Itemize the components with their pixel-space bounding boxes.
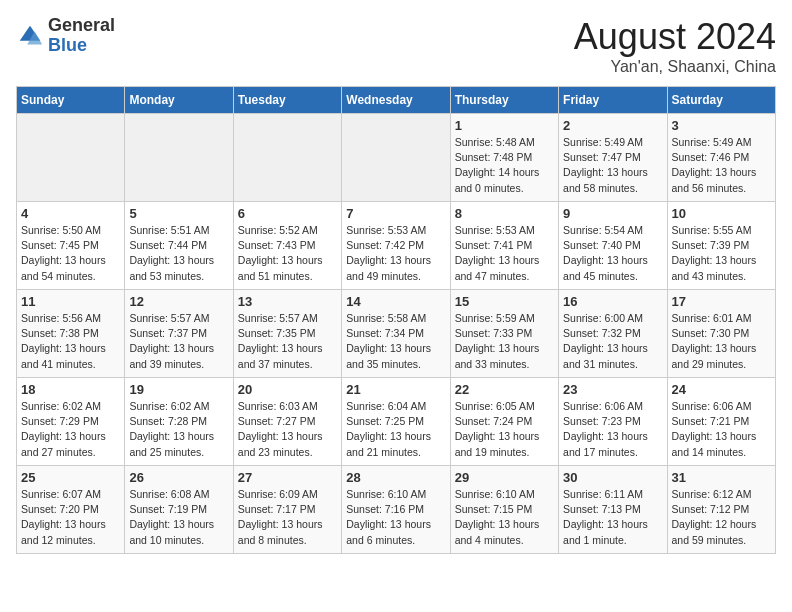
day-info: Sunrise: 5:57 AMSunset: 7:35 PMDaylight:… <box>238 311 337 372</box>
weekday-thursday: Thursday <box>450 87 558 114</box>
day-number: 28 <box>346 470 445 485</box>
day-number: 22 <box>455 382 554 397</box>
day-number: 11 <box>21 294 120 309</box>
day-info: Sunrise: 6:04 AMSunset: 7:25 PMDaylight:… <box>346 399 445 460</box>
day-info: Sunrise: 6:02 AMSunset: 7:28 PMDaylight:… <box>129 399 228 460</box>
calendar-week-2: 4Sunrise: 5:50 AMSunset: 7:45 PMDaylight… <box>17 202 776 290</box>
day-number: 26 <box>129 470 228 485</box>
logo-general: General <box>48 15 115 35</box>
calendar-cell: 13Sunrise: 5:57 AMSunset: 7:35 PMDayligh… <box>233 290 341 378</box>
logo: General Blue <box>16 16 115 56</box>
day-number: 13 <box>238 294 337 309</box>
weekday-header-row: SundayMondayTuesdayWednesdayThursdayFrid… <box>17 87 776 114</box>
calendar-body: 1Sunrise: 5:48 AMSunset: 7:48 PMDaylight… <box>17 114 776 554</box>
weekday-tuesday: Tuesday <box>233 87 341 114</box>
day-number: 31 <box>672 470 771 485</box>
day-info: Sunrise: 6:00 AMSunset: 7:32 PMDaylight:… <box>563 311 662 372</box>
calendar-cell: 11Sunrise: 5:56 AMSunset: 7:38 PMDayligh… <box>17 290 125 378</box>
calendar-cell: 9Sunrise: 5:54 AMSunset: 7:40 PMDaylight… <box>559 202 667 290</box>
day-number: 5 <box>129 206 228 221</box>
weekday-friday: Friday <box>559 87 667 114</box>
calendar-cell: 24Sunrise: 6:06 AMSunset: 7:21 PMDayligh… <box>667 378 775 466</box>
calendar-cell: 20Sunrise: 6:03 AMSunset: 7:27 PMDayligh… <box>233 378 341 466</box>
day-number: 8 <box>455 206 554 221</box>
day-info: Sunrise: 5:57 AMSunset: 7:37 PMDaylight:… <box>129 311 228 372</box>
day-info: Sunrise: 6:06 AMSunset: 7:21 PMDaylight:… <box>672 399 771 460</box>
day-info: Sunrise: 6:06 AMSunset: 7:23 PMDaylight:… <box>563 399 662 460</box>
month-year: August 2024 <box>574 16 776 58</box>
day-info: Sunrise: 5:49 AMSunset: 7:46 PMDaylight:… <box>672 135 771 196</box>
weekday-sunday: Sunday <box>17 87 125 114</box>
day-number: 4 <box>21 206 120 221</box>
day-number: 6 <box>238 206 337 221</box>
calendar-cell: 14Sunrise: 5:58 AMSunset: 7:34 PMDayligh… <box>342 290 450 378</box>
day-info: Sunrise: 6:08 AMSunset: 7:19 PMDaylight:… <box>129 487 228 548</box>
day-number: 24 <box>672 382 771 397</box>
calendar-cell: 1Sunrise: 5:48 AMSunset: 7:48 PMDaylight… <box>450 114 558 202</box>
calendar-cell: 3Sunrise: 5:49 AMSunset: 7:46 PMDaylight… <box>667 114 775 202</box>
calendar-cell: 31Sunrise: 6:12 AMSunset: 7:12 PMDayligh… <box>667 466 775 554</box>
calendar-cell: 28Sunrise: 6:10 AMSunset: 7:16 PMDayligh… <box>342 466 450 554</box>
day-info: Sunrise: 5:53 AMSunset: 7:41 PMDaylight:… <box>455 223 554 284</box>
day-info: Sunrise: 5:50 AMSunset: 7:45 PMDaylight:… <box>21 223 120 284</box>
calendar-cell: 22Sunrise: 6:05 AMSunset: 7:24 PMDayligh… <box>450 378 558 466</box>
day-number: 9 <box>563 206 662 221</box>
day-number: 7 <box>346 206 445 221</box>
day-number: 19 <box>129 382 228 397</box>
logo-blue: Blue <box>48 35 87 55</box>
day-info: Sunrise: 6:07 AMSunset: 7:20 PMDaylight:… <box>21 487 120 548</box>
day-number: 10 <box>672 206 771 221</box>
day-info: Sunrise: 5:49 AMSunset: 7:47 PMDaylight:… <box>563 135 662 196</box>
calendar-cell: 4Sunrise: 5:50 AMSunset: 7:45 PMDaylight… <box>17 202 125 290</box>
calendar-cell: 23Sunrise: 6:06 AMSunset: 7:23 PMDayligh… <box>559 378 667 466</box>
day-number: 30 <box>563 470 662 485</box>
day-info: Sunrise: 6:12 AMSunset: 7:12 PMDaylight:… <box>672 487 771 548</box>
day-info: Sunrise: 6:10 AMSunset: 7:15 PMDaylight:… <box>455 487 554 548</box>
page-header: General Blue August 2024 Yan'an, Shaanxi… <box>16 16 776 76</box>
calendar-cell: 12Sunrise: 5:57 AMSunset: 7:37 PMDayligh… <box>125 290 233 378</box>
calendar-week-4: 18Sunrise: 6:02 AMSunset: 7:29 PMDayligh… <box>17 378 776 466</box>
day-number: 1 <box>455 118 554 133</box>
day-info: Sunrise: 6:09 AMSunset: 7:17 PMDaylight:… <box>238 487 337 548</box>
calendar-cell <box>342 114 450 202</box>
location: Yan'an, Shaanxi, China <box>574 58 776 76</box>
calendar-week-3: 11Sunrise: 5:56 AMSunset: 7:38 PMDayligh… <box>17 290 776 378</box>
weekday-monday: Monday <box>125 87 233 114</box>
calendar-cell: 26Sunrise: 6:08 AMSunset: 7:19 PMDayligh… <box>125 466 233 554</box>
day-number: 18 <box>21 382 120 397</box>
day-info: Sunrise: 5:51 AMSunset: 7:44 PMDaylight:… <box>129 223 228 284</box>
calendar-cell: 19Sunrise: 6:02 AMSunset: 7:28 PMDayligh… <box>125 378 233 466</box>
day-number: 2 <box>563 118 662 133</box>
weekday-saturday: Saturday <box>667 87 775 114</box>
calendar-cell: 7Sunrise: 5:53 AMSunset: 7:42 PMDaylight… <box>342 202 450 290</box>
day-info: Sunrise: 5:53 AMSunset: 7:42 PMDaylight:… <box>346 223 445 284</box>
day-info: Sunrise: 6:03 AMSunset: 7:27 PMDaylight:… <box>238 399 337 460</box>
calendar-cell: 29Sunrise: 6:10 AMSunset: 7:15 PMDayligh… <box>450 466 558 554</box>
day-info: Sunrise: 6:05 AMSunset: 7:24 PMDaylight:… <box>455 399 554 460</box>
calendar-cell: 17Sunrise: 6:01 AMSunset: 7:30 PMDayligh… <box>667 290 775 378</box>
day-number: 12 <box>129 294 228 309</box>
day-number: 27 <box>238 470 337 485</box>
calendar-cell <box>125 114 233 202</box>
day-number: 3 <box>672 118 771 133</box>
calendar-table: SundayMondayTuesdayWednesdayThursdayFrid… <box>16 86 776 554</box>
calendar-cell: 21Sunrise: 6:04 AMSunset: 7:25 PMDayligh… <box>342 378 450 466</box>
day-number: 16 <box>563 294 662 309</box>
calendar-cell <box>17 114 125 202</box>
day-info: Sunrise: 6:01 AMSunset: 7:30 PMDaylight:… <box>672 311 771 372</box>
day-info: Sunrise: 5:59 AMSunset: 7:33 PMDaylight:… <box>455 311 554 372</box>
calendar-cell: 30Sunrise: 6:11 AMSunset: 7:13 PMDayligh… <box>559 466 667 554</box>
day-info: Sunrise: 6:11 AMSunset: 7:13 PMDaylight:… <box>563 487 662 548</box>
calendar-cell: 10Sunrise: 5:55 AMSunset: 7:39 PMDayligh… <box>667 202 775 290</box>
calendar-cell: 8Sunrise: 5:53 AMSunset: 7:41 PMDaylight… <box>450 202 558 290</box>
day-number: 14 <box>346 294 445 309</box>
logo-text: General Blue <box>48 16 115 56</box>
title-block: August 2024 Yan'an, Shaanxi, China <box>574 16 776 76</box>
weekday-wednesday: Wednesday <box>342 87 450 114</box>
day-number: 29 <box>455 470 554 485</box>
day-number: 20 <box>238 382 337 397</box>
calendar-cell: 18Sunrise: 6:02 AMSunset: 7:29 PMDayligh… <box>17 378 125 466</box>
calendar-cell: 15Sunrise: 5:59 AMSunset: 7:33 PMDayligh… <box>450 290 558 378</box>
day-info: Sunrise: 5:58 AMSunset: 7:34 PMDaylight:… <box>346 311 445 372</box>
calendar-week-1: 1Sunrise: 5:48 AMSunset: 7:48 PMDaylight… <box>17 114 776 202</box>
